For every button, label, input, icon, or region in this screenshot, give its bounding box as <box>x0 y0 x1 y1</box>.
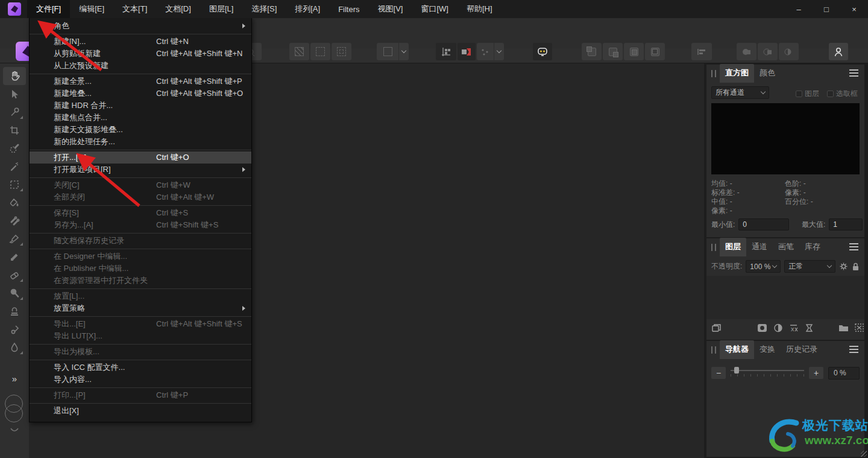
move-to-back-button[interactable] <box>645 43 665 60</box>
panel-menu-icon[interactable] <box>849 246 858 247</box>
assistant-button[interactable] <box>533 43 552 60</box>
duplicate-layer-icon[interactable] <box>711 323 722 332</box>
snapping-presets-dropdown[interactable] <box>494 43 504 60</box>
panel-grip-icon[interactable] <box>711 70 716 77</box>
boolean-subtract-button[interactable] <box>758 43 778 60</box>
menu-item-role[interactable]: 角色 <box>30 20 251 32</box>
blend-options-gear-icon[interactable] <box>839 262 848 271</box>
selection-mode-subtract-button[interactable] <box>332 43 351 60</box>
fill-swatch[interactable] <box>5 404 23 422</box>
menu-item-save-as[interactable]: 另存为...[A]Ctrl 键+Shift 键+S <box>30 219 251 231</box>
boolean-intersect-button[interactable] <box>779 43 799 60</box>
menu-item-new-panorama[interactable]: 新建全景...Ctrl 键+Alt 键+Shift 键+P <box>30 75 251 87</box>
panel-grip-icon[interactable] <box>711 346 716 354</box>
selection-refine-dropdown[interactable] <box>399 43 409 60</box>
zoom-in-button[interactable]: + <box>809 367 823 379</box>
menu-item-new-from-preset[interactable]: 从上次预设新建 <box>30 60 251 72</box>
zoom-out-button[interactable]: − <box>711 367 726 379</box>
move-tool[interactable] <box>3 85 26 103</box>
minimize-button[interactable]: – <box>785 0 813 18</box>
layer-list[interactable] <box>706 276 864 319</box>
menu-item-new-batch-job[interactable]: 新的批处理任务... <box>30 136 251 148</box>
menu-item-edit-in-publisher[interactable]: 在 Publisher 中编辑... <box>30 262 251 275</box>
menu-item-save-history[interactable]: 随文档保存历史记录 <box>30 235 251 247</box>
crop-tool[interactable] <box>3 121 26 139</box>
selection-brush-tool[interactable] <box>3 139 26 157</box>
color-picker-tool[interactable] <box>3 103 26 121</box>
blur-tool[interactable] <box>3 339 26 357</box>
panel-grip-icon[interactable] <box>711 244 716 251</box>
menu-item-new-hdr-merge[interactable]: 新建 HDR 合并... <box>30 100 251 112</box>
menubar-item-filters[interactable]: Filters <box>329 0 368 18</box>
group-layers-icon[interactable] <box>838 323 849 332</box>
menubar-item-view[interactable]: 视图[V] <box>369 0 412 18</box>
swap-colors-icon[interactable] <box>8 427 20 433</box>
eraser-tool[interactable] <box>3 266 26 284</box>
menu-item-new[interactable]: 新建[N]...Ctrl 键+N <box>30 36 251 48</box>
smudge-tool[interactable] <box>3 320 26 339</box>
tab-layers[interactable]: 图层 <box>720 238 746 256</box>
layer-checkbox[interactable] <box>796 91 802 97</box>
move-forward-button[interactable] <box>603 43 623 60</box>
menu-item-close[interactable]: 关闭[C]Ctrl 键+W <box>30 179 251 191</box>
max-value-input[interactable] <box>829 218 863 231</box>
blend-mode-dropdown[interactable]: 正常 <box>784 260 835 273</box>
tab-color[interactable]: 颜色 <box>754 64 781 83</box>
menubar-item-help[interactable]: 帮助[H] <box>458 0 502 18</box>
move-to-front-button[interactable] <box>582 43 602 60</box>
menu-item-open-in-explorer[interactable]: 在资源管理器中打开文件夹 <box>30 275 251 287</box>
menu-item-export-lut[interactable]: 导出 LUT[X]... <box>30 330 251 342</box>
menu-item-new-astro-stack[interactable]: 新建天文摄影堆叠... <box>30 124 251 136</box>
menu-item-new-from-clipboard[interactable]: 从剪贴板新建Ctrl 键+Alt 键+Shift 键+N <box>30 48 251 60</box>
menubar-item-document[interactable]: 文档[D] <box>156 0 200 18</box>
menubar-item-window[interactable]: 窗口[W] <box>412 0 458 18</box>
clone-stamp-tool[interactable] <box>3 302 26 320</box>
menu-item-place-policy[interactable]: 放置策略 <box>30 302 251 314</box>
snapping-presets-button[interactable] <box>477 43 494 60</box>
alignment-button[interactable] <box>691 43 712 60</box>
dodge-burn-tool[interactable] <box>3 284 26 302</box>
tab-channels[interactable]: 通道 <box>746 238 773 256</box>
menu-item-import-content[interactable]: 导入内容... <box>30 374 251 386</box>
menubar-item-layer[interactable]: 图层[L] <box>200 0 242 18</box>
panel-menu-icon[interactable] <box>849 349 858 350</box>
maximize-button[interactable]: □ <box>813 0 840 18</box>
menubar-item-select[interactable]: 选择[S] <box>242 0 286 18</box>
menu-item-import-icc[interactable]: 导入 ICC 配置文件... <box>30 361 251 374</box>
selection-mode-add-button[interactable] <box>310 43 330 60</box>
account-button[interactable] <box>829 43 848 60</box>
layer-effects-icon[interactable]: x <box>789 323 799 332</box>
menubar-item-file[interactable]: 文件[F] <box>27 0 70 18</box>
tab-transform[interactable]: 变换 <box>754 340 781 359</box>
close-button[interactable]: × <box>840 0 868 18</box>
flood-fill-tool[interactable] <box>3 194 26 212</box>
fill-stroke-swatches[interactable] <box>3 395 26 422</box>
guides-grid-button[interactable] <box>436 43 456 60</box>
menu-item-save[interactable]: 保存[S]Ctrl 键+S <box>30 207 251 219</box>
zoom-value-field[interactable]: 0 % <box>828 367 860 380</box>
gradient-tool[interactable] <box>3 212 26 230</box>
view-tool[interactable] <box>3 67 26 85</box>
marquee-select-tool[interactable] <box>3 176 26 194</box>
lock-icon[interactable] <box>852 262 860 271</box>
menu-item-new-focus-merge[interactable]: 新建焦点合并... <box>30 112 251 124</box>
zoom-slider-thumb[interactable] <box>734 367 739 374</box>
tab-stock[interactable]: 库存 <box>799 238 826 256</box>
menu-item-export-as-template[interactable]: 导出为模板... <box>30 346 251 358</box>
menubar-item-arrange[interactable]: 排列[A] <box>286 0 329 18</box>
move-backward-button[interactable] <box>624 43 644 60</box>
menubar-item-edit[interactable]: 编辑[E] <box>70 0 113 18</box>
opacity-dropdown[interactable]: 100 % <box>746 260 781 273</box>
menu-item-open[interactable]: 打开...[O]Ctrl 键+O <box>30 151 251 164</box>
selection-refine-button[interactable] <box>377 43 398 60</box>
adjustment-layer-icon[interactable] <box>773 323 783 332</box>
mask-layer-icon[interactable] <box>757 323 767 332</box>
paint-brush-tool[interactable] <box>3 230 26 248</box>
menu-item-print[interactable]: 打印...[P]Ctrl 键+P <box>30 389 251 401</box>
snapping-button[interactable] <box>458 43 476 60</box>
menu-item-new-stack[interactable]: 新建堆叠...Ctrl 键+Alt 键+Shift 键+O <box>30 87 251 100</box>
tab-histogram[interactable]: 直方图 <box>720 64 754 83</box>
menu-item-export[interactable]: 导出...[E]Ctrl 键+Alt 键+Shift 键+S <box>30 318 251 330</box>
menu-item-exit[interactable]: 退出[X] <box>30 405 251 417</box>
menu-item-close-all[interactable]: 全部关闭Ctrl 键+Alt 键+W <box>30 191 251 203</box>
